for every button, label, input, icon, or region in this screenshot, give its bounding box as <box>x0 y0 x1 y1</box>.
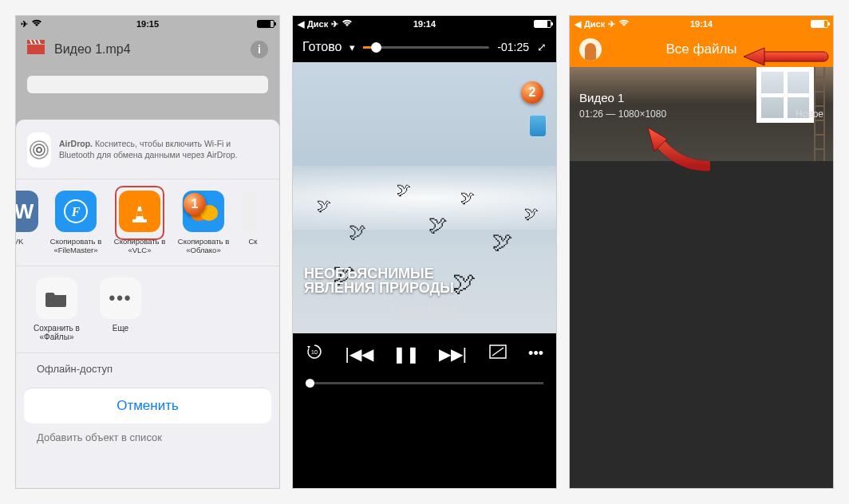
wifi-icon <box>342 19 353 29</box>
battery-icon <box>534 20 551 28</box>
svg-marker-6 <box>138 200 141 207</box>
bird-icon: 🕊 <box>492 230 513 254</box>
share-app-vlc[interactable]: Скопировать в «VLC» <box>113 191 166 254</box>
chevron-down-icon[interactable]: ▾ <box>349 41 355 53</box>
library-header: Все файлы <box>570 32 833 67</box>
svg-text:F: F <box>71 205 81 219</box>
back-app-label: Диск <box>584 19 605 29</box>
airdrop-icon <box>27 132 51 167</box>
action-save-to-files[interactable]: Сохранить в «Файлы» <box>30 278 83 341</box>
wifi-icon <box>618 19 630 29</box>
status-bar: ✈ 19:15 <box>16 16 279 32</box>
time-remaining: -01:25 <box>497 41 529 53</box>
more-icon: ••• <box>100 278 141 319</box>
vlc-cone-avatar-icon[interactable] <box>579 38 602 61</box>
file-title: Видео 1.mp4 <box>54 42 131 57</box>
airdrop-row[interactable]: AirDrop. Коснитесь, чтобы включить Wi-Fi… <box>16 126 279 179</box>
status-bar: ◀ Диск ✈ 19:14 <box>570 16 833 32</box>
new-badge: Новое <box>796 108 823 120</box>
share-app-filemaster[interactable]: F Скопировать в «FileMaster» <box>49 191 102 254</box>
next-track-icon[interactable]: ▶▶| <box>439 345 467 364</box>
status-bar: ◀ Диск ✈ 19:14 <box>293 16 556 32</box>
bird-icon: 🕊 <box>460 190 475 207</box>
player-top-bar: Готово ▾ -01:25 ⤢ <box>293 32 556 62</box>
bird-icon: 🕊 <box>397 182 411 199</box>
battery-icon <box>811 20 828 28</box>
screen-vlc-player: ◀ Диск ✈ 19:14 Готово ▾ -01:25 ⤢ 🕊 🕊 🕊 🕊… <box>293 16 556 488</box>
bird-icon: 🕊 <box>524 206 539 222</box>
svg-point-1 <box>34 144 45 156</box>
share-app-vk[interactable]: W VK <box>16 191 38 254</box>
brightness-indicator-icon <box>529 115 547 137</box>
seek-slider[interactable] <box>363 46 489 49</box>
back-indicator-icon: ◀ <box>298 19 304 30</box>
video-filename: Видео 1.mp4 <box>293 303 556 316</box>
status-time: 19:15 <box>16 19 279 29</box>
app-label: Скопировать в «FileMaster» <box>49 237 102 254</box>
share-app-more[interactable]: Ск <box>241 191 265 254</box>
done-button[interactable]: Готово <box>302 40 342 54</box>
folder-icon <box>36 278 77 319</box>
action-label: Еще <box>94 324 147 333</box>
wifi-icon <box>31 19 42 29</box>
video-file-icon <box>27 40 45 58</box>
app-label: VK <box>16 237 38 246</box>
volume-slider[interactable] <box>306 382 543 384</box>
back-app-label: Диск <box>307 19 328 29</box>
aspect-ratio-icon[interactable] <box>489 345 507 363</box>
share-apps-row[interactable]: W VK F Скопировать в «FileMaster» Скопир… <box>16 179 279 266</box>
background-row <box>27 76 268 93</box>
screen-vlc-library: ◀ Диск ✈ 19:14 Все файлы Видео 1 01:26 —… <box>570 16 833 488</box>
app-label: Ск <box>241 237 265 246</box>
battery-icon <box>257 20 274 28</box>
file-header: Видео 1.mp4 i <box>16 32 279 66</box>
app-label: Скопировать в «VLC» <box>113 237 166 254</box>
action-more[interactable]: ••• Еще <box>94 278 147 341</box>
callout-1: 1 <box>184 193 206 215</box>
airplane-icon: ✈ <box>21 19 28 30</box>
svg-point-0 <box>37 148 41 152</box>
fullscreen-icon[interactable]: ⤢ <box>537 41 547 53</box>
share-actions-row: Сохранить в «Файлы» ••• Еще <box>16 266 279 352</box>
cancel-button[interactable]: Отменить <box>24 388 271 423</box>
airdrop-text: AirDrop. Коснитесь, чтобы включить Wi-Fi… <box>59 139 268 160</box>
vlc-icon <box>119 191 160 232</box>
video-list-item[interactable]: Видео 1 01:26 — 1080×1080 Новое <box>570 67 833 161</box>
more-icon[interactable]: ••• <box>528 345 543 362</box>
background-row-add: Добавить объект в список <box>16 423 279 443</box>
next-app-icon <box>241 191 257 232</box>
share-sheet: AirDrop. Коснитесь, чтобы включить Wi-Fi… <box>16 120 279 488</box>
bird-icon: 🕊 <box>428 214 448 236</box>
callout-2: 2 <box>521 81 543 104</box>
bird-icon: 🕊 <box>452 270 476 297</box>
video-caption: НЕОБЪЯСНИМЫЕ ЯВЛЕНИЯ ПРИРОДЫ <box>304 266 454 295</box>
pause-icon[interactable]: ❚❚ <box>393 345 420 364</box>
video-subtitle: 01:26 — 1080×1080 <box>579 108 666 120</box>
cloud-decoration <box>293 166 556 230</box>
svg-text:10: 10 <box>311 349 318 355</box>
back-indicator-icon: ◀ <box>575 19 581 30</box>
background-row-offline: Офлайн-доступ <box>16 352 279 384</box>
action-label: Сохранить в «Файлы» <box>30 324 83 341</box>
video-title: Видео 1 <box>579 91 624 104</box>
vk-icon: W <box>16 191 38 232</box>
rewind-10-icon[interactable]: 10 <box>306 343 323 364</box>
bird-icon: 🕊 <box>317 198 331 215</box>
airplane-icon: ✈ <box>608 19 615 30</box>
info-button[interactable]: i <box>251 41 268 58</box>
app-label: Скопировать в «Облако» <box>177 237 230 254</box>
video-viewport[interactable]: 🕊 🕊 🕊 🕊 🕊 🕊 🕊 🕊 🕊 НЕОБЪЯСНИМЫЕ ЯВЛЕНИЯ П… <box>293 62 556 333</box>
filemaster-icon: F <box>55 191 97 232</box>
bird-icon: 🕊 <box>349 222 366 242</box>
screen-share-sheet: ✈ 19:15 Видео 1.mp4 i A <box>16 16 279 488</box>
svg-rect-8 <box>132 219 147 222</box>
svg-marker-7 <box>136 211 143 216</box>
airplane-icon: ✈ <box>331 19 338 30</box>
player-controls: 10 |◀◀ ❚❚ ▶▶| ••• <box>293 333 556 374</box>
prev-track-icon[interactable]: |◀◀ <box>346 345 373 364</box>
header-title: Все файлы <box>665 41 736 57</box>
